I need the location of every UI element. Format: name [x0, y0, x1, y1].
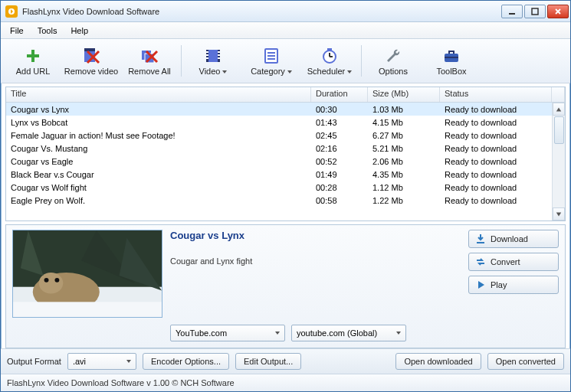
- table-row[interactable]: Cougar vs Eagle00:522.06 MbReady to down…: [6, 155, 552, 168]
- output-format-select[interactable]: .avi: [67, 353, 136, 370]
- scroll-up-button[interactable]: [553, 103, 565, 116]
- open-converted-button[interactable]: Open converted: [487, 353, 564, 370]
- table-row[interactable]: Cougar vs Lynx00:301.03 MbReady to downl…: [6, 103, 552, 116]
- svg-rect-1: [509, 13, 515, 15]
- chevron-down-icon: [287, 70, 292, 74]
- column-scroll-spacer: [552, 87, 565, 102]
- edit-output-button[interactable]: Edit Output...: [235, 353, 301, 370]
- cell-status: Ready to download: [440, 168, 552, 181]
- detail-selects: YouTube.com youtube.com (Global): [170, 325, 461, 341]
- column-duration[interactable]: Duration: [311, 87, 368, 102]
- menu-tools[interactable]: Tools: [31, 24, 64, 37]
- svg-rect-15: [218, 57, 220, 59]
- svg-rect-32: [13, 302, 162, 317]
- svg-rect-14: [218, 54, 220, 56]
- chevron-down-icon: [126, 360, 131, 363]
- cell-size: 4.35 Mb: [368, 168, 440, 181]
- window-title: FlashLynx Video Download Software: [22, 7, 501, 16]
- svg-rect-2: [532, 8, 538, 15]
- table-row[interactable]: Cougar vs Wolf fight00:281.12 MbReady to…: [6, 181, 552, 194]
- list-header: Title Duration Size (Mb) Status: [6, 87, 565, 103]
- menu-file[interactable]: File: [4, 24, 30, 37]
- plus-icon: [24, 47, 42, 65]
- svg-rect-10: [206, 51, 208, 53]
- cell-status: Ready to download: [440, 194, 552, 207]
- detail-title: Cougar vs Lynx: [170, 230, 461, 241]
- table-row[interactable]: Black Bear v.s Cougar01:494.35 MbReady t…: [6, 168, 552, 181]
- vertical-scrollbar[interactable]: [552, 103, 565, 220]
- cell-status: Ready to download: [440, 142, 552, 155]
- chevron-down-icon: [347, 70, 352, 74]
- titlebar: FlashLynx Video Download Software: [1, 1, 570, 22]
- cell-duration: 00:30: [311, 103, 368, 116]
- list-body: Cougar vs Lynx00:301.03 MbReady to downl…: [6, 103, 565, 220]
- minimize-button[interactable]: [501, 5, 523, 18]
- table-row[interactable]: Eagle Prey on Wolf.00:581.22 MbReady to …: [6, 194, 552, 207]
- table-row[interactable]: Lynx vs Bobcat01:434.15 MbReady to downl…: [6, 116, 552, 129]
- video-dropdown-button[interactable]: Video: [184, 41, 242, 81]
- play-button[interactable]: Play: [468, 276, 559, 294]
- remove-all-button[interactable]: Remove All: [120, 41, 179, 81]
- detail-info: Cougar vs Lynx Cougar and Lynx fight You…: [170, 230, 461, 341]
- chevron-down-icon: [222, 70, 227, 74]
- options-button[interactable]: Options: [364, 41, 422, 81]
- cell-size: 6.27 Mb: [368, 129, 440, 142]
- svg-rect-13: [218, 51, 220, 53]
- cell-duration: 01:49: [311, 168, 368, 181]
- toolbar: Add URL Remove video Remove All Video Ca…: [1, 39, 570, 83]
- scheduler-button[interactable]: Scheduler: [300, 41, 359, 81]
- cell-title: Cougar vs Wolf fight: [6, 181, 311, 194]
- convert-icon: [475, 256, 486, 267]
- remove-video-button[interactable]: Remove video: [62, 41, 120, 81]
- clock-icon: [320, 47, 339, 65]
- maximize-button[interactable]: [524, 5, 546, 18]
- table-row[interactable]: Cougar Vs. Mustang02:165.21 MbReady to d…: [6, 142, 552, 155]
- svg-point-29: [39, 273, 64, 294]
- svg-rect-12: [206, 57, 208, 59]
- scroll-down-button[interactable]: [553, 207, 565, 220]
- menu-help[interactable]: Help: [64, 24, 94, 37]
- app-icon: [5, 5, 18, 18]
- video-thumbnail: [12, 230, 162, 318]
- cell-duration: 02:16: [311, 142, 368, 155]
- add-url-button[interactable]: Add URL: [4, 41, 62, 81]
- toolbox-button[interactable]: ToolBox: [422, 41, 481, 81]
- chevron-down-icon: [275, 332, 280, 335]
- svg-rect-11: [206, 54, 208, 56]
- cell-duration: 00:52: [311, 155, 368, 168]
- bottom-bar: Output Format .avi Encoder Options... Ed…: [1, 348, 570, 374]
- cell-title: Black Bear v.s Cougar: [6, 168, 311, 181]
- column-size[interactable]: Size (Mb): [368, 87, 440, 102]
- cell-duration: 00:28: [311, 181, 368, 194]
- cell-status: Ready to download: [440, 181, 552, 194]
- source-select[interactable]: YouTube.com: [170, 325, 285, 341]
- encoder-options-button[interactable]: Encoder Options...: [143, 353, 229, 370]
- column-title[interactable]: Title: [6, 87, 311, 102]
- svg-rect-23: [327, 48, 332, 51]
- close-button[interactable]: [547, 5, 569, 18]
- statusbar: FlashLynx Video Download Software v 1.00…: [1, 374, 570, 391]
- main-content: Title Duration Size (Mb) Status Cougar v…: [1, 83, 570, 348]
- download-icon: [475, 234, 486, 244]
- toolbar-separator: [181, 45, 182, 77]
- open-downloaded-button[interactable]: Open downloaded: [395, 353, 481, 370]
- download-button[interactable]: Download: [468, 230, 559, 248]
- cell-status: Ready to download: [440, 103, 552, 116]
- toolbox-icon: [442, 47, 461, 65]
- category-dropdown-button[interactable]: Category: [242, 41, 300, 81]
- remove-all-icon: [140, 47, 159, 65]
- output-format-label: Output Format: [7, 357, 61, 366]
- cell-title: Cougar Vs. Mustang: [6, 142, 311, 155]
- app-window: FlashLynx Video Download Software File T…: [0, 0, 571, 392]
- cell-status: Ready to download: [440, 116, 552, 129]
- wrench-icon: [384, 47, 402, 65]
- convert-button[interactable]: Convert: [468, 253, 559, 271]
- table-row[interactable]: Female Jaguar in action! Must see Footag…: [6, 129, 552, 142]
- play-icon: [475, 279, 486, 290]
- cell-size: 1.03 Mb: [368, 103, 440, 116]
- scrollbar-track[interactable]: [553, 145, 565, 207]
- column-status[interactable]: Status: [440, 87, 552, 102]
- region-select[interactable]: youtube.com (Global): [291, 325, 406, 341]
- cell-title: Female Jaguar in action! Must see Footag…: [6, 129, 311, 142]
- scrollbar-thumb[interactable]: [554, 116, 564, 144]
